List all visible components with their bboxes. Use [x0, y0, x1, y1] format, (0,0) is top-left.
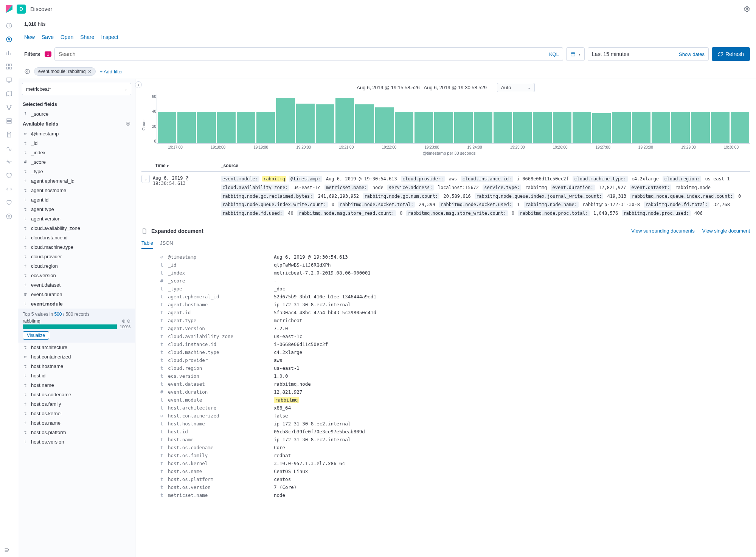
chart-bar	[158, 112, 176, 143]
nav-logs-icon[interactable]	[5, 130, 14, 139]
detail-row: thost.os.nameCentOS Linux	[141, 467, 750, 475]
action-share[interactable]: Share	[80, 34, 94, 40]
detail-row: tcloud.machine.typec4.2xlarge	[141, 348, 750, 356]
field-item[interactable]: tagent.type	[18, 205, 135, 214]
refresh-button[interactable]: Refresh	[712, 47, 750, 61]
nav-discover-icon[interactable]	[5, 35, 14, 44]
field-item[interactable]: tcloud.provider	[18, 252, 135, 261]
navrail	[0, 18, 18, 557]
detail-row: tevent.modulerabbitmq	[141, 396, 750, 404]
field-item[interactable]: thost.os.platform	[18, 428, 135, 437]
field-item[interactable]: tagent.ephemeral_id	[18, 176, 135, 186]
field-item[interactable]: tcloud.instance.id	[18, 233, 135, 242]
nav-uptime-icon[interactable]	[5, 157, 14, 166]
action-inspect[interactable]: Inspect	[101, 34, 118, 40]
field-item[interactable]: t_index	[18, 148, 135, 157]
field-item[interactable]: ⊙@timestamp	[18, 129, 135, 138]
nav-dev-icon[interactable]	[5, 185, 14, 194]
field-item[interactable]: thost.os.version	[18, 437, 135, 447]
detail-row: t_idqlpFaWwBS-itJ6RQdXPh	[141, 261, 750, 269]
field-item[interactable]: tcloud.region	[18, 261, 135, 271]
detail-row: ⊘host.containerizedfalse	[141, 412, 750, 420]
view-surrounding-link[interactable]: View surrounding documents	[631, 228, 694, 234]
date-range[interactable]: Last 15 minutes Show dates	[588, 47, 709, 61]
close-icon[interactable]: ✕	[88, 69, 92, 74]
detail-table: ⊙@timestampAug 6, 2019 @ 19:30:54.613t_i…	[141, 253, 750, 499]
chart-range: Aug 6, 2019 @ 19:15:58.526 - Aug 6, 2019…	[141, 83, 750, 92]
filter-pill-label: event.module: rabbitmq	[38, 69, 85, 74]
field-item[interactable]: tagent.id	[18, 195, 135, 205]
svg-rect-17	[571, 53, 575, 56]
detail-row: tevent.datasetrabbitmq.node	[141, 380, 750, 388]
field-item[interactable]: #event.duration	[18, 290, 135, 299]
nav-canvas-icon[interactable]	[5, 76, 14, 85]
field-item[interactable]: thost.id	[18, 371, 135, 380]
kql-toggle[interactable]: KQL	[549, 51, 559, 57]
chart-bar	[671, 112, 690, 143]
nav-monitoring-icon[interactable]	[5, 198, 14, 207]
date-picker[interactable]: ▾	[566, 47, 585, 61]
detail-row: thost.os.familyredhat	[141, 451, 750, 459]
index-pattern-select[interactable]: metricbeat* ⌄	[22, 83, 131, 95]
field-item[interactable]: thost.os.name	[18, 418, 135, 428]
field-item[interactable]: tcloud.availability_zone	[18, 223, 135, 233]
search-box[interactable]: KQL	[54, 47, 563, 61]
field-item[interactable]: ⊘host.containerized	[18, 352, 135, 362]
nav-management-icon[interactable]	[5, 212, 14, 221]
field-item[interactable]: tagent.hostname	[18, 186, 135, 195]
svg-point-16	[6, 214, 12, 219]
action-save[interactable]: Save	[42, 34, 54, 40]
nav-siem-icon[interactable]	[5, 171, 14, 180]
chart-bar	[592, 113, 611, 143]
y-axis-label: Count	[141, 95, 146, 155]
collapse-sidebar-icon[interactable]: ‹	[135, 81, 142, 88]
expand-toggle-icon[interactable]: ⌄	[141, 175, 150, 183]
field-item[interactable]: thost.name	[18, 380, 135, 390]
nav-apm-icon[interactable]	[5, 144, 14, 153]
tab-json[interactable]: JSON	[160, 238, 173, 249]
show-dates-link[interactable]: Show dates	[656, 51, 705, 57]
view-single-link[interactable]: View single document	[702, 228, 750, 234]
nav-infra-icon[interactable]	[5, 116, 14, 126]
filter-options-icon[interactable]	[24, 68, 30, 74]
nav-visualize-icon[interactable]	[5, 48, 14, 57]
field-item[interactable]: tevent.module	[18, 299, 135, 309]
field-item[interactable]: tevent.dataset	[18, 280, 135, 290]
field-item[interactable]: thost.os.kernel	[18, 409, 135, 418]
nav-recent-icon[interactable]	[5, 21, 14, 30]
field-item[interactable]: thost.os.family	[18, 399, 135, 409]
field-item[interactable]: tcloud.machine.type	[18, 242, 135, 252]
breadcrumb: Discover	[30, 6, 52, 12]
nav-ml-icon[interactable]	[5, 103, 14, 112]
interval-select[interactable]: Auto ⌄	[497, 83, 535, 92]
field-item[interactable]: t_type	[18, 167, 135, 176]
field-item[interactable]: #_score	[18, 157, 135, 167]
expand-nav-icon[interactable]	[4, 547, 10, 553]
tab-table[interactable]: Table	[141, 238, 153, 249]
field-item[interactable]: thost.hostname	[18, 362, 135, 371]
column-time[interactable]: Time ▾	[141, 163, 221, 168]
field-item[interactable]: t_id	[18, 138, 135, 148]
action-new[interactable]: New	[24, 34, 35, 40]
filter-pill[interactable]: event.module: rabbitmq ✕	[34, 67, 96, 76]
refresh-label: Refresh	[725, 51, 744, 57]
chart-bar	[612, 112, 630, 143]
field-item[interactable]: thost.architecture	[18, 343, 135, 352]
svg-point-18	[26, 71, 28, 72]
add-filter-link[interactable]: + Add filter	[99, 69, 123, 74]
detail-row: thost.id05cb8c7b39fe0f70e3ce97e5beab809d	[141, 428, 750, 436]
gear-icon[interactable]	[126, 121, 130, 126]
visualize-button[interactable]: Visualize	[23, 331, 49, 340]
field-item[interactable]: tagent.version	[18, 214, 135, 223]
nav-maps-icon[interactable]	[5, 89, 14, 98]
interval-label: Auto	[501, 85, 511, 90]
search-input[interactable]	[59, 51, 546, 57]
chart-bar	[296, 104, 315, 143]
field-item[interactable]: thost.os.codename	[18, 390, 135, 399]
field-item[interactable]: ?_source	[18, 109, 135, 119]
settings-icon[interactable]	[742, 5, 751, 14]
field-item[interactable]: tecs.version	[18, 271, 135, 280]
chart-bar	[553, 112, 571, 143]
nav-dashboard-icon[interactable]	[5, 62, 14, 71]
action-open[interactable]: Open	[61, 34, 73, 40]
